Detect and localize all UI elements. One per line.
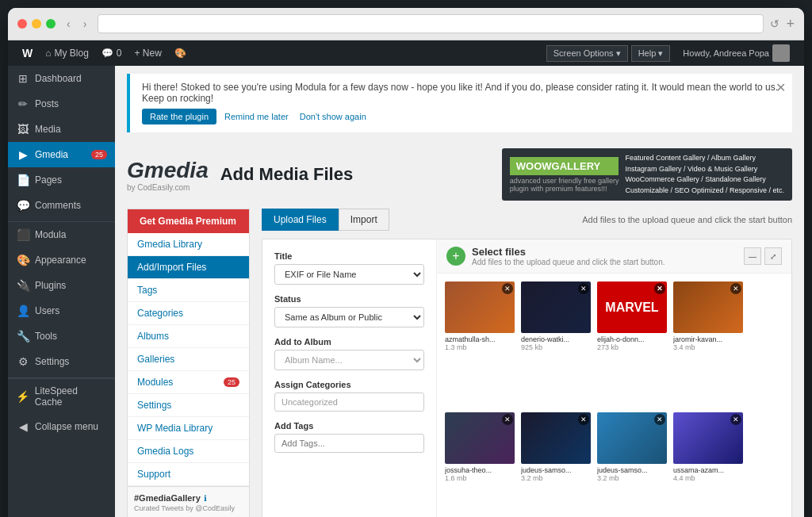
sidebar-item-plugins[interactable]: 🔌 Plugins [8,273,115,298]
admin-bar-wp-logo[interactable]: W [16,40,39,66]
sidebar-item-media[interactable]: 🖼 Media [8,117,115,142]
album-select[interactable]: Album Name... [274,350,424,370]
minimize-control[interactable]: — [744,247,761,265]
submenu-item-tags[interactable]: Tags [128,279,249,302]
twitter-info-icon[interactable]: ℹ [204,494,207,503]
file-remove-button[interactable]: ✕ [578,283,589,294]
file-item[interactable]: ✕azmathulla-sh...1.3 mb [445,281,515,406]
page-title: Add Media Files [220,164,353,185]
file-remove-button[interactable]: ✕ [654,283,665,294]
file-remove-button[interactable]: ✕ [730,414,741,425]
file-size: 3.2 mb [521,474,591,482]
file-remove-button[interactable]: ✕ [730,283,741,294]
admin-bar-new[interactable]: + New [128,40,168,66]
title-select[interactable]: EXIF or File Name [274,264,424,285]
get-premium-button[interactable]: Get Gmedia Premium [128,209,249,233]
sidebar-item-posts[interactable]: ✏ Posts [8,91,115,117]
sidebar-item-tools[interactable]: 🔧 Tools [8,324,115,349]
file-item[interactable]: ✕judeus-samso...3.2 mb [521,412,591,517]
add-files-button[interactable]: + [446,247,465,266]
maximize-dot[interactable] [46,19,56,29]
file-name: elijah-o-donn... [597,335,667,343]
sidebar-item-pages[interactable]: 📄 Pages [8,167,115,193]
close-dot[interactable] [17,19,27,29]
minimize-dot[interactable] [32,19,41,29]
submenu-item-categories[interactable]: Categories [128,302,249,325]
file-name: jaromir-kavan... [673,335,743,343]
file-thumbnail: ✕ [673,412,743,464]
submenu-item-settings[interactable]: Settings [128,394,249,417]
file-item[interactable]: ✕jaromir-kavan...3.4 mb [673,281,743,406]
submenu-item-galleries[interactable]: Galleries [128,348,249,371]
admin-bar-user[interactable]: Howdy, Andreea Popa [676,40,796,66]
submenu-item-modules[interactable]: Modules 25 [128,371,249,394]
submenu-item-add-import[interactable]: Add/Import Files [128,256,249,279]
forward-button[interactable]: › [79,16,92,32]
categories-label: Assign Categories [274,380,424,389]
file-item[interactable]: MARVEL✕elijah-o-donn...273 kb [597,281,667,406]
upload-title-block: Select files Add files to the upload que… [472,246,665,266]
sidebar-item-dashboard[interactable]: ⊞ Dashboard [8,66,115,91]
file-thumbnail: ✕ [597,412,667,464]
new-tab-button[interactable]: + [786,16,795,33]
users-icon: 👤 [16,304,30,317]
upload-controls: — ⤢ [744,247,782,265]
sidebar-item-users[interactable]: 👤 Users [8,298,115,324]
file-remove-button[interactable]: ✕ [654,414,665,425]
file-item[interactable]: ✕judeus-samso...3.2 mb [597,412,667,517]
address-bar[interactable] [98,14,764,33]
admin-bar: W ⌂ My Blog 💬 0 + New 🎨 Screen Options ▾… [8,40,804,66]
file-size: 1.6 mb [445,474,515,482]
back-button[interactable]: ‹ [62,16,75,32]
wp-body: ⊞ Dashboard ✏ Posts 🖼 Media ▶ Gmedia 25 [8,66,804,517]
sidebar-item-settings[interactable]: ⚙ Settings [8,349,115,374]
woo-banner[interactable]: WOOWGALLERY advanced user friendly free … [502,148,792,201]
reload-button[interactable]: ↺ [770,17,779,30]
notification-close[interactable]: ✕ [776,80,786,95]
sidebar-item-modula[interactable]: ⬛ Modula [8,222,115,247]
tags-input[interactable] [274,434,424,453]
file-name: azmathulla-sh... [445,335,515,343]
sidebar-item-gmedia[interactable]: ▶ Gmedia 25 [8,142,115,167]
dont-show-button[interactable]: Don't show again [297,109,370,124]
file-remove-button[interactable]: ✕ [578,414,589,425]
admin-bar-comments[interactable]: 💬 0 [95,40,128,66]
categories-input[interactable] [274,393,424,412]
status-select[interactable]: Same as Album or Public [274,307,424,327]
file-remove-button[interactable]: ✕ [502,414,513,425]
tab-upload-files[interactable]: Upload Files [262,209,339,231]
browser-chrome: ‹ › ↺ + [8,8,804,40]
file-item[interactable]: ✕denerio-watki...925 kb [521,281,591,406]
submenu-item-support[interactable]: Support [128,463,249,486]
remind-later-button[interactable]: Remind me later [221,109,292,124]
form-group-status: Status Same as Album or Public [274,294,424,327]
upload-area: + Select files Add files to the upload q… [437,239,791,517]
file-item[interactable]: ✕jossuha-theo...1.6 mb [445,412,515,517]
admin-bar-customize[interactable]: 🎨 [168,40,193,66]
submenu-item-library[interactable]: Gmedia Library [128,233,249,256]
sidebar-item-collapse[interactable]: ◀ Collapse menu [8,414,115,439]
file-thumbnail: ✕ [673,281,743,333]
admin-bar-site[interactable]: ⌂ My Blog [39,40,95,66]
form-group-album: Add to Album Album Name... [274,337,424,370]
sidebar-item-appearance[interactable]: 🎨 Appearance [8,247,115,273]
expand-control[interactable]: ⤢ [764,247,782,265]
sidebar-item-label: Plugins [35,280,66,291]
screen-options-button[interactable]: Screen Options ▾ [546,45,628,62]
tab-import[interactable]: Import [339,209,389,231]
submenu-item-wp-media[interactable]: WP Media Library [128,417,249,440]
file-remove-button[interactable]: ✕ [502,283,513,294]
sidebar-item-litespeed[interactable]: ⚡ LiteSpeed Cache [8,378,115,414]
sidebar-item-comments[interactable]: 💬 Comments [8,193,115,218]
file-size: 1.3 mb [445,343,515,351]
plugin-header: Gmedia by CodEasily.com Add Media Files … [115,140,804,209]
help-button[interactable]: Help ▾ [631,45,671,62]
notification-buttons: Rate the plugin Remind me later Don't sh… [142,109,780,124]
file-grid: ✕azmathulla-sh...1.3 mb✕denerio-watki...… [437,274,791,517]
notification-wrapper: Hi there! Stoked to see you're using Mod… [142,82,780,124]
submenu-item-albums[interactable]: Albums [128,325,249,348]
file-item[interactable]: ✕ussama-azam...4.4 mb [673,412,743,517]
tools-icon: 🔧 [16,330,30,343]
rate-plugin-button[interactable]: Rate the plugin [142,109,216,124]
submenu-item-logs[interactable]: Gmedia Logs [128,440,249,463]
